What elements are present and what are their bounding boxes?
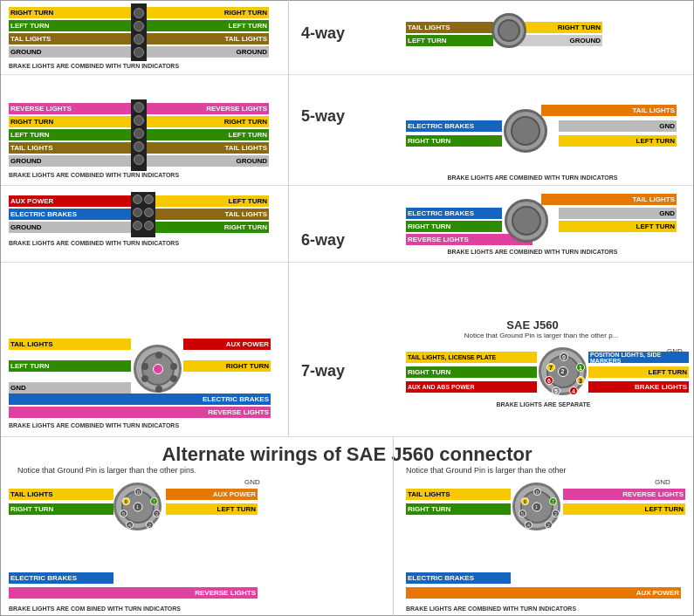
4way-ground-left: GROUND (9, 46, 131, 58)
alt-left-note: BRAKE LIGHTS ARE COM BINED WITH TURN IND… (9, 606, 181, 612)
5way-tail-right: TAIL LIGHTS (147, 142, 269, 154)
6way-ebrakes-left: ELECTRIC BRAKES (9, 209, 131, 220)
alt-r-left-right: LEFT TURN (563, 503, 685, 515)
7way-right-right: RIGHT TURN (183, 360, 271, 372)
alt-r-tail: TAIL LIGHTS (406, 489, 511, 500)
alt-r-right: RIGHT TURN (406, 503, 511, 515)
4way-tail-lights-left: TAL LiGHTS (9, 33, 131, 44)
5way-r-right: RIGHT TURN (406, 135, 502, 147)
7way-r-aux: AUX AND ABS POWER (406, 381, 537, 393)
7way-aux-right: AUX POWER (183, 339, 271, 350)
sae-subtitle: Notice that Ground Pin is larger than th… (406, 332, 677, 339)
4way-ground-right: GROUND (147, 46, 269, 58)
7way-left-left: LEFT TURN (9, 360, 131, 372)
alt-l-right: RIGHT TURN (9, 503, 113, 515)
5way-right-turn-right: RIGHT TURN (147, 116, 269, 127)
5way-label: 5-way (301, 107, 345, 126)
4way-label: 4-way (301, 24, 345, 43)
4way-round-connector (491, 13, 526, 48)
6way-left-turn-right: LEFT TURN (155, 195, 269, 207)
alt-l-left-right: LEFT TURN (166, 503, 258, 515)
alt-right-gnd: GND (655, 478, 670, 486)
wire-label: LEFT TURN (227, 22, 269, 30)
wire-label: GROUND (234, 48, 269, 56)
4way-right-turn-right: RIGHT TURN (147, 7, 269, 18)
wire-label: TAL LiGHTS (9, 35, 52, 43)
5way-right-note: BRAKE LIGHTS ARE COMBINED WITH TURN INDI… (384, 175, 681, 181)
alt-r-ebrakes: ELECTRIC BRAKES (406, 572, 511, 584)
alt-r-aux-right: AUX POWER (406, 587, 681, 599)
vertical-divider-upper (288, 0, 289, 436)
sae-title: SAE J560 (445, 318, 620, 332)
6way-label: 6-way (301, 231, 345, 250)
7way-label: 7-way (301, 362, 345, 380)
6way-r-gnd: GND (559, 208, 677, 219)
6way-round-connector (505, 199, 548, 243)
7way-r-brake: BRAKE LIGHTS (588, 381, 689, 393)
alt-subtext-left: Notice that Ground Pin is larger than th… (17, 466, 196, 475)
6way-r-ebrakes: ELECTRIC BRAKES (406, 208, 502, 219)
wire-label: RIGHT TURN (223, 9, 269, 17)
7way-r-pos: POSITION LIGHTS, SIDE MARKERS (588, 352, 689, 363)
wire-label: LEFT TURN (9, 22, 51, 30)
alt-l-ebrakes: ELECTRIC BRAKES (9, 572, 113, 584)
5way-round-connector (504, 109, 547, 153)
6way-ground-left: GROUND (9, 222, 131, 233)
wire-label: GROUND (9, 48, 44, 56)
5way-ground-right: GROUND (147, 155, 269, 167)
alt-r-reverse-right: REVERSE LIGHTS (563, 489, 685, 500)
4way-left-turn-right: LEFT TURN (147, 20, 269, 31)
5way-r-ebrakes: ELECTRIC BRAKES (406, 120, 502, 132)
alt-left-gnd: GND (244, 478, 260, 486)
7way-r-left2: LEFT TURN (588, 366, 689, 378)
6way-r-left: LEFT TURN (559, 221, 677, 232)
6way-tail-right: TAIL LIGHTS (155, 209, 269, 220)
4way-r-tail: TAIL LIGHTS (406, 22, 493, 33)
6way-right-turn-right: RIGHT TURN (155, 222, 269, 233)
divider-2 (0, 185, 694, 186)
6way-flat-connector (131, 192, 155, 237)
5way-r-tail: TAIL LIGHTS (541, 105, 677, 116)
4way-left-turn-left: LEFT TURN (9, 20, 131, 31)
6way-aux-left: AUX POWER (9, 195, 131, 207)
4way-note: BRAKE LIGHTS ARE COMBINED WITH TURN INDI… (9, 63, 179, 69)
5way-flat-connector (131, 99, 147, 171)
alt-right-round: 0 6 7 5 3 4 2 1 (512, 483, 560, 530)
alt-heading: Alternate wirings of SAE J560 connector (0, 443, 694, 466)
4way-right-turn-left: RIGHT TURN (9, 7, 131, 18)
6way-r-tail: TAIL LIGHTS (541, 194, 677, 205)
alt-subtext-right: Notice that Ground Pin is larger than th… (406, 466, 567, 475)
5way-note: BRAKE LIGHTS ARE COMBINED WITH TURN INDI… (9, 172, 179, 178)
7way-reverse-right: REVERSE LIGHTS (9, 407, 271, 418)
5way-reverse-right: REVERSE LIGHTS (147, 103, 269, 114)
7way-ebrakes-right: ELECTRIC BRAKES (9, 394, 271, 405)
4way-r-left: LEFT TURN (406, 35, 493, 46)
7way-right-round-connector: 0 7 1 6 3 5 4 2 (539, 347, 587, 395)
main-container: RIGHT TURN LEFT TURN TAL LiGHTS GROUND R… (0, 0, 694, 616)
4way-tail-lights-right: TAIL LIGHTS (147, 33, 269, 44)
5way-ground-left: GROUND (9, 155, 131, 167)
5way-left-turn-right: LEFT TURN (147, 129, 269, 140)
6way-r-right: RIGHT TURN (406, 221, 502, 232)
5way-left-turn-left: LEFT TURN (9, 129, 131, 140)
5way-right-turn-left: RIGHT TURN (9, 116, 131, 127)
6way-right-note: BRAKE LIGHTS ARE COMBINED WITH TURN INDI… (384, 249, 681, 255)
6way-note: BRAKE LIGHTS ARE COMBINED WITH TURN INDI… (9, 240, 179, 246)
alt-left-round: 0 6 7 5 3 4 2 1 (113, 483, 161, 530)
alt-l-aux-right: AUX POWER (166, 489, 258, 500)
divider-4 (0, 436, 694, 437)
7way-r-tail: TAIL LIGHTS, LICENSE PLATE (406, 352, 537, 363)
5way-r-left: LEFT TURN (559, 135, 677, 147)
wire-label: TAIL LIGHTS (223, 35, 269, 43)
7way-tail-left: TAIL LIGHTS (9, 339, 131, 350)
wire-label: RIGHT TURN (9, 9, 55, 17)
7way-left-round-connector (134, 345, 182, 393)
outer-border (0, 0, 694, 616)
divider-3 (0, 262, 694, 263)
7way-right-note: BRAKE LIGHTS ARE SEPARATE (406, 401, 681, 407)
alt-l-tail: TAIL LIGHTS (9, 489, 113, 500)
4way-flat-connector (131, 3, 147, 61)
5way-reverse-left: REVERSE LIGHTS (9, 103, 131, 114)
alt-right-note: BRAKE LIGHTS ARE COMBINED WITH TURN INDI… (406, 606, 576, 612)
5way-tail-left: TAIL LIGHTS (9, 142, 131, 154)
